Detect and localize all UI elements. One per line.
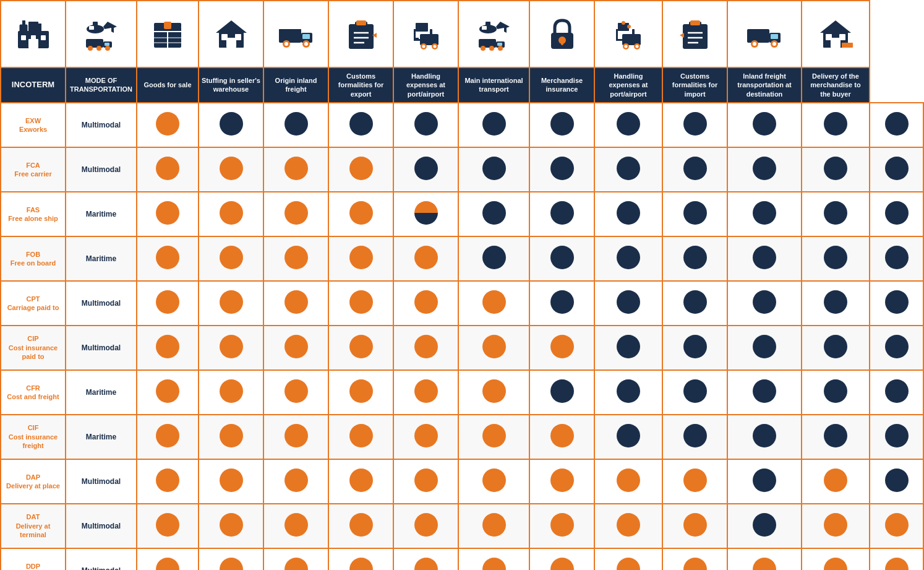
transport-cell: Multimodal (66, 147, 137, 192)
circle-cell (802, 370, 870, 415)
circle-cell (263, 281, 328, 326)
handling1-icon-cell (393, 1, 458, 67)
svg-marker-26 (216, 20, 247, 33)
svg-rect-28 (226, 38, 236, 48)
circle-cell (328, 459, 393, 504)
svg-point-36 (284, 42, 288, 46)
handling2-icon-cell (594, 1, 662, 67)
circle-cell (137, 192, 199, 236)
incoterm-cell: CIFCost insurance freight (1, 415, 66, 459)
circle-cell (727, 236, 802, 281)
circle-cell (137, 326, 199, 370)
svg-rect-71 (632, 29, 635, 44)
svg-rect-33 (302, 34, 310, 39)
svg-rect-47 (430, 29, 432, 44)
circle-cell (870, 326, 923, 370)
circle-cell (802, 236, 870, 281)
circle-cell (662, 147, 727, 192)
circle-cell (137, 147, 199, 192)
svg-point-18 (105, 46, 110, 51)
cusexp-icon-cell (328, 1, 393, 67)
circle-cell (594, 459, 662, 504)
circle-cell (594, 370, 662, 415)
circle-cell (458, 326, 529, 370)
circle-cell (594, 236, 662, 281)
circle-cell (662, 326, 727, 370)
svg-rect-41 (356, 20, 366, 25)
circle-cell (393, 192, 458, 236)
circle-cell (870, 147, 923, 192)
delivery-header: Delivery of the merchandise to the buyer (802, 67, 870, 103)
svg-rect-1 (21, 35, 26, 40)
svg-rect-6 (28, 22, 38, 32)
transport-cell: Multimodal (66, 459, 137, 504)
svg-marker-88 (680, 33, 684, 38)
circle-cell (727, 504, 802, 548)
circle-cell (529, 504, 594, 548)
svg-point-38 (304, 42, 308, 46)
circle-cell (727, 281, 802, 326)
circle-cell (199, 192, 263, 236)
circle-cell (802, 548, 870, 570)
circle-cell (263, 548, 328, 570)
circle-cell (263, 459, 328, 504)
circle-cell (199, 103, 263, 147)
circle-cell (662, 548, 727, 570)
circle-cell (458, 103, 529, 147)
svg-rect-50 (416, 38, 419, 40)
svg-rect-91 (771, 34, 778, 39)
svg-rect-63 (497, 43, 502, 46)
circle-cell (199, 370, 263, 415)
circle-cell (328, 147, 393, 192)
svg-rect-7 (22, 20, 25, 31)
circle-cell (199, 236, 263, 281)
incoterm-cell: CIPCost insurance paid to (1, 326, 66, 370)
circle-cell (199, 459, 263, 504)
incoterm-cell: CPTCarriage paid to (1, 281, 66, 326)
transport-cell: Multimodal (66, 103, 137, 147)
circle-cell (529, 281, 594, 326)
circle-cell (802, 281, 870, 326)
main-header: Main international transport (458, 67, 529, 103)
inlandfrt-icon-cell (727, 1, 802, 67)
circle-cell (802, 459, 870, 504)
circle-cell (802, 147, 870, 192)
circle-cell (727, 147, 802, 192)
circle-cell (263, 326, 328, 370)
svg-rect-11 (89, 26, 94, 30)
svg-rect-4 (28, 39, 38, 48)
circle-cell (263, 236, 328, 281)
circle-cell (870, 415, 923, 459)
table-row: CIFCost insurance freightMaritime (1, 415, 923, 459)
circle-cell (393, 281, 458, 326)
circle-cell (727, 326, 802, 370)
svg-rect-101 (842, 43, 853, 48)
circle-cell (594, 281, 662, 326)
transport-cell: Multimodal (66, 548, 137, 570)
transport-cell: Multimodal (66, 326, 137, 370)
svg-point-80 (622, 21, 625, 25)
circle-cell (263, 147, 328, 192)
transport-header: MODE OF TRANSPORTATION (66, 67, 137, 103)
circle-cell (199, 281, 263, 326)
insurance-icon-cell (529, 1, 594, 67)
table-row: FCAFree carrierMultimodal (1, 147, 923, 192)
column-header-row: INCOTERM MODE OF TRANSPORTATION Goods fo… (1, 67, 923, 103)
circle-cell (199, 504, 263, 548)
incoterm-cell: DAPDelivery at place (1, 459, 66, 504)
circle-cell (328, 504, 393, 548)
insurance-header: Merchandise insurance (529, 67, 594, 103)
table-row: FASFree alone shipMaritime (1, 192, 923, 236)
circle-cell (529, 192, 594, 236)
circle-cell (393, 370, 458, 415)
circle-cell (263, 415, 328, 459)
svg-rect-100 (839, 34, 845, 40)
circle-cell (594, 504, 662, 548)
incoterm-header: INCOTERM (1, 67, 66, 103)
table-row: DAPDelivery at placeMultimodal (1, 459, 923, 504)
circle-cell (662, 281, 727, 326)
circle-cell (662, 370, 727, 415)
circle-cell (328, 103, 393, 147)
circle-cell (137, 370, 199, 415)
svg-point-65 (489, 46, 494, 51)
